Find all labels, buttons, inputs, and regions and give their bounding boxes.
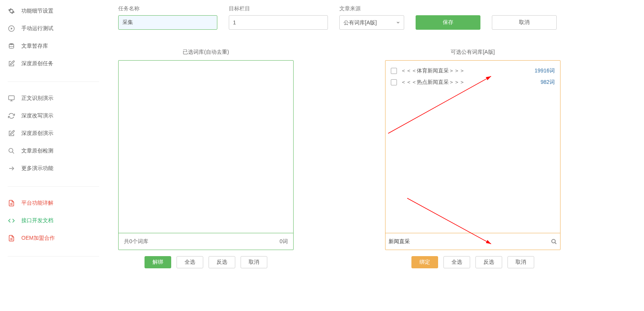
database-icon — [8, 43, 15, 50]
cancel-select-button[interactable]: 取消 — [507, 256, 534, 268]
wordbank-name: ＜＜＜体育新闻直采＞＞＞ — [401, 67, 465, 74]
source-group: 文章来源 公有词库[A版] — [339, 5, 404, 30]
monitor-icon — [8, 95, 15, 102]
task-name-input[interactable] — [118, 15, 217, 30]
svg-line-7 — [12, 152, 14, 154]
source-label: 文章来源 — [339, 5, 404, 12]
target-column-input[interactable] — [229, 15, 328, 30]
bind-button[interactable]: 绑定 — [411, 256, 438, 268]
sidebar-item-label: 更多演示功能 — [21, 165, 53, 172]
sidebar-item[interactable]: 文章原创检测 — [8, 142, 99, 160]
file-icon — [8, 200, 15, 207]
sidebar-item-label: 功能细节设置 — [21, 8, 53, 14]
sidebar-item-label: 文章原创检测 — [21, 147, 53, 154]
target-column-label: 目标栏目 — [229, 5, 328, 12]
sidebar-item[interactable]: 深度原创演示 — [8, 125, 99, 142]
wordbank-count: 982词 — [541, 79, 555, 86]
refresh-icon — [8, 112, 15, 119]
sidebar-item[interactable]: 正文识别演示 — [8, 90, 99, 107]
invert-select-button[interactable]: 反选 — [209, 256, 235, 268]
sidebar-item-label: 文章暂存库 — [21, 43, 48, 50]
wordbank-count: 19916词 — [535, 67, 555, 74]
unbind-button[interactable]: 解绑 — [145, 256, 171, 268]
selected-word-count: 0词 — [279, 238, 288, 245]
sidebar-item[interactable]: 接口开发文档 — [8, 212, 99, 229]
sidebar-item[interactable]: 深度原创任务 — [8, 55, 99, 72]
sidebar-item-label: 深度原创演示 — [21, 130, 53, 137]
svg-marker-1 — [11, 27, 13, 30]
sidebar-item[interactable]: 功能细节设置 — [8, 2, 99, 20]
sidebar-item[interactable]: 平台功能详解 — [8, 194, 99, 212]
sidebar-item-label: 正文识别演示 — [21, 95, 53, 102]
selected-count-label: 共0个词库 — [124, 238, 148, 245]
file-icon — [8, 235, 15, 242]
sidebar: 功能细节设置手动运行测试文章暂存库深度原创任务 正文识别演示深度改写演示深度原创… — [0, 0, 107, 311]
sidebar-item-label: 平台功能详解 — [21, 200, 53, 207]
svg-rect-3 — [9, 96, 14, 100]
code-icon — [8, 217, 15, 224]
sidebar-item-label: 深度改写演示 — [21, 112, 53, 119]
sidebar-separator — [8, 82, 99, 82]
svg-point-2 — [9, 43, 14, 45]
available-list: ＜＜＜体育新闻直采＞＞＞19916词＜＜＜热点新闻直采＞＞＞982词 — [385, 61, 560, 233]
edit-icon — [8, 130, 15, 137]
sidebar-item[interactable]: 手动运行测试 — [8, 20, 99, 37]
wordbank-search-input[interactable] — [389, 236, 551, 247]
available-panel-title: 可选公有词库[A版] — [451, 49, 495, 56]
sidebar-item-label: 手动运行测试 — [21, 25, 53, 32]
sidebar-item[interactable]: 更多演示功能 — [8, 160, 99, 177]
select-all-button[interactable]: 全选 — [443, 256, 470, 268]
wordbank-name: ＜＜＜热点新闻直采＞＞＞ — [401, 79, 465, 86]
svg-point-6 — [9, 148, 13, 152]
cogs-icon — [8, 8, 15, 14]
checkbox[interactable] — [391, 79, 397, 85]
main-content: 任务名称 目标栏目 文章来源 公有词库[A版] 保存 取消 — [107, 0, 644, 311]
checkbox[interactable] — [391, 68, 397, 74]
edit-icon — [8, 60, 15, 67]
invert-select-button[interactable]: 反选 — [475, 256, 502, 268]
selected-panel-title: 已选词库(自动去重) — [183, 49, 229, 56]
sidebar-item-label: 接口开发文档 — [21, 217, 53, 224]
wordbank-item[interactable]: ＜＜＜体育新闻直采＞＞＞19916词 — [390, 65, 556, 77]
wordbank-item[interactable]: ＜＜＜热点新闻直采＞＞＞982词 — [390, 77, 556, 88]
search-icon[interactable] — [551, 239, 557, 245]
save-button[interactable]: 保存 — [416, 15, 480, 30]
task-name-label: 任务名称 — [118, 5, 217, 12]
play-icon — [8, 25, 15, 32]
sidebar-separator — [8, 256, 99, 256]
cancel-button[interactable]: 取消 — [492, 15, 557, 30]
select-all-button[interactable]: 全选 — [177, 256, 203, 268]
sidebar-item[interactable]: 深度改写演示 — [8, 107, 99, 125]
task-name-group: 任务名称 — [118, 5, 217, 30]
svg-point-12 — [552, 239, 555, 243]
source-select[interactable]: 公有词库[A版] — [339, 15, 404, 30]
sidebar-separator — [8, 186, 99, 187]
sidebar-item[interactable]: 文章暂存库 — [8, 37, 99, 55]
sidebar-item-label: 深度原创任务 — [21, 60, 53, 67]
target-column-group: 目标栏目 — [229, 5, 328, 30]
svg-line-13 — [555, 242, 556, 244]
selected-wordbank-panel: 已选词库(自动去重) 共0个词库 0词 解绑 全选 反选 取消 — [118, 49, 294, 268]
sidebar-item-label: OEM加盟合作 — [21, 235, 55, 242]
cancel-select-button[interactable]: 取消 — [241, 256, 267, 268]
search-icon — [8, 147, 15, 154]
selected-list — [119, 61, 293, 233]
available-wordbank-panel: 可选公有词库[A版] ＜＜＜体育新闻直采＞＞＞19916词＜＜＜热点新闻直采＞＞… — [385, 49, 560, 268]
share-icon — [8, 165, 15, 172]
sidebar-item[interactable]: OEM加盟合作 — [8, 229, 99, 247]
